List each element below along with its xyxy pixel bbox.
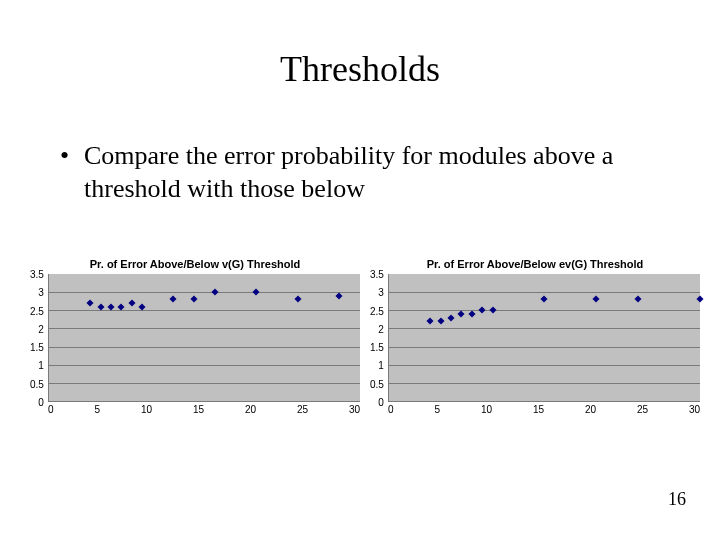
x-tick-label: 10 (141, 404, 152, 415)
x-tick-label: 0 (388, 404, 394, 415)
x-tick-label: 30 (349, 404, 360, 415)
data-point (128, 299, 135, 306)
data-point (593, 296, 600, 303)
gridline (49, 365, 360, 366)
chart-evg: Pr. of Error Above/Below ev(G) Threshold… (370, 258, 700, 415)
data-point (87, 299, 94, 306)
data-point (634, 296, 641, 303)
gridline (389, 310, 700, 311)
gridline (389, 347, 700, 348)
x-tick-label: 5 (434, 404, 440, 415)
data-point (108, 303, 115, 310)
x-tick-label: 25 (637, 404, 648, 415)
data-point (118, 303, 125, 310)
x-axis-ticks: 051015202530 (388, 404, 700, 415)
x-tick-label: 15 (193, 404, 204, 415)
bullet-text: Compare the error probability for module… (84, 140, 660, 205)
gridline (49, 292, 360, 293)
slide: Thresholds • Compare the error probabili… (0, 0, 720, 540)
gridline (49, 310, 360, 311)
data-point (437, 318, 444, 325)
gridline (49, 328, 360, 329)
x-tick-label: 0 (48, 404, 54, 415)
chart-title: Pr. of Error Above/Below v(G) Threshold (30, 258, 360, 270)
gridline (389, 292, 700, 293)
x-tick-label: 15 (533, 404, 544, 415)
gridline (389, 328, 700, 329)
x-tick-label: 25 (297, 404, 308, 415)
y-axis-ticks: 3.532.521.510.50 (30, 274, 48, 402)
gridline (49, 383, 360, 384)
data-point (336, 292, 343, 299)
bullet-item: • Compare the error probability for modu… (60, 140, 660, 205)
body-text: • Compare the error probability for modu… (60, 140, 660, 205)
data-point (427, 318, 434, 325)
x-axis-ticks: 051015202530 (48, 404, 360, 415)
chart-vg: Pr. of Error Above/Below v(G) Threshold … (30, 258, 360, 415)
data-point (541, 296, 548, 303)
chart-title: Pr. of Error Above/Below ev(G) Threshold (370, 258, 700, 270)
plot-area (388, 274, 700, 402)
x-ticks-row: 051015202530 (370, 402, 700, 415)
data-point (170, 296, 177, 303)
data-point (448, 314, 455, 321)
x-tick-label: 5 (94, 404, 100, 415)
bullet-dot: • (60, 140, 84, 205)
data-point (468, 310, 475, 317)
page-title: Thresholds (0, 48, 720, 90)
x-tick-label: 20 (245, 404, 256, 415)
charts-row: Pr. of Error Above/Below v(G) Threshold … (30, 258, 700, 415)
data-point (696, 296, 703, 303)
plot-wrap: 3.532.521.510.50 (370, 274, 700, 402)
gridline (389, 383, 700, 384)
data-point (191, 296, 198, 303)
plot-wrap: 3.532.521.510.50 (30, 274, 360, 402)
gridline (49, 347, 360, 348)
x-ticks-row: 051015202530 (30, 402, 360, 415)
plot-area (48, 274, 360, 402)
gridline (389, 365, 700, 366)
x-tick-label: 20 (585, 404, 596, 415)
data-point (294, 296, 301, 303)
page-number: 16 (668, 489, 686, 510)
x-tick-label: 10 (481, 404, 492, 415)
data-point (97, 303, 104, 310)
y-axis-ticks: 3.532.521.510.50 (370, 274, 388, 402)
x-tick-label: 30 (689, 404, 700, 415)
data-point (139, 303, 146, 310)
data-point (458, 310, 465, 317)
